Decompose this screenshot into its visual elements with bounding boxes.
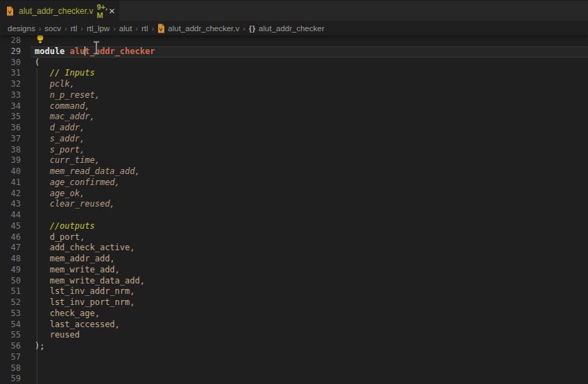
breadcrumb-item[interactable]: designs [8,24,35,33]
code-line[interactable]: reused [31,330,588,341]
code-line[interactable]: pclk, [31,79,588,90]
editor-line[interactable]: 51 lst_inv_addr_nrm, [0,286,588,297]
line-number[interactable]: 40 [0,166,31,177]
editor-line[interactable]: 36 d_addr, [0,123,588,134]
code-line[interactable] [31,352,588,363]
line-number[interactable]: 45 [0,221,31,232]
editor-line[interactable]: 34 command, [0,101,588,112]
line-number[interactable]: 46 [0,232,31,243]
line-number[interactable]: 59 [0,374,31,384]
breadcrumb-item[interactable]: alut_addr_checker.v [157,24,239,33]
editor-line[interactable]: 45 //outputs [0,221,588,232]
editor-line[interactable]: 30( [0,58,588,69]
editor-line[interactable]: 42 age_ok, [0,189,588,200]
code-line[interactable]: ); [31,341,588,352]
breadcrumb-item[interactable]: alut [119,24,132,33]
tab-close-icon[interactable]: × [107,6,116,16]
line-number[interactable]: 57 [0,352,31,363]
code-line[interactable]: lst_inv_port_nrm, [31,297,588,308]
code-line[interactable] [31,35,588,46]
line-number[interactable]: 55 [0,330,31,341]
line-number[interactable]: 35 [0,112,31,123]
code-line[interactable]: n_p_reset, [31,90,588,101]
tab-alut-addr-checker[interactable]: alut_addr_checker.v 9+, M × [0,1,119,21]
line-number[interactable]: 29 [0,46,31,58]
code-line[interactable]: module alut_addr_checker [31,46,588,58]
code-line[interactable]: s_port, [31,145,588,156]
editor-line[interactable]: 55 reused [0,330,588,341]
code-line[interactable]: lst_inv_addr_nrm, [31,286,588,297]
line-number[interactable]: 52 [0,297,31,308]
editor-line[interactable]: 28 [0,35,588,46]
code-line[interactable]: age_ok, [31,189,588,200]
editor-line[interactable]: 29module alut_addr_checker [0,46,588,58]
code-line[interactable]: ( [31,58,588,69]
line-number[interactable]: 37 [0,134,31,145]
editor-line[interactable]: 31 // Inputs [0,68,588,79]
code-line[interactable]: check_age, [31,308,588,320]
code-line[interactable]: clear_reused, [31,199,588,210]
code-line[interactable] [31,210,588,221]
code-line[interactable] [31,374,588,384]
editor-line[interactable]: 32 pclk, [0,79,588,90]
code-line[interactable]: mac_addr, [31,112,588,123]
line-number[interactable]: 38 [0,145,31,156]
code-line[interactable]: d_port, [31,232,588,243]
line-number[interactable]: 41 [0,177,31,189]
line-number[interactable]: 30 [0,58,31,69]
editor-line[interactable]: 56); [0,341,588,352]
editor-line[interactable]: 46 d_port, [0,232,588,243]
breadcrumb-item[interactable]: rtl [71,24,78,33]
line-number[interactable]: 32 [0,79,31,90]
line-number[interactable]: 36 [0,123,31,134]
line-number[interactable]: 53 [0,308,31,320]
editor-line[interactable]: 38 s_port, [0,145,588,156]
line-number[interactable]: 51 [0,286,31,297]
breadcrumb-item[interactable]: rtl_lpw [87,24,110,33]
line-number[interactable]: 47 [0,243,31,254]
line-number[interactable]: 44 [0,210,31,221]
code-line[interactable]: last_accessed, [31,320,588,331]
line-number[interactable]: 39 [0,155,31,166]
editor-line[interactable]: 47 add_check_active, [0,243,588,254]
editor-line[interactable]: 37 s_addr, [0,134,588,145]
code-line[interactable]: add_check_active, [31,243,588,254]
line-number[interactable]: 34 [0,101,31,112]
breadcrumb-item[interactable]: {}alut_addr_checker [249,24,325,33]
line-number[interactable]: 49 [0,265,31,276]
lightbulb-icon[interactable] [36,34,44,47]
editor-line[interactable]: 50 mem_write_data_add, [0,276,588,287]
editor-line[interactable]: 54 last_accessed, [0,320,588,331]
editor-line[interactable]: 41 age_confirmed, [0,177,588,189]
line-number[interactable]: 31 [0,68,31,79]
editor-line[interactable]: 59 [0,374,588,384]
code-line[interactable]: mem_read_data_add, [31,166,588,177]
editor-line[interactable]: 49 mem_write_add, [0,265,588,276]
line-number[interactable]: 42 [0,189,31,200]
code-line[interactable]: mem_addr_add, [31,254,588,265]
line-number[interactable]: 28 [0,35,31,46]
code-line[interactable]: command, [31,101,588,112]
editor-line[interactable]: 53 check_age, [0,308,588,320]
line-number[interactable]: 54 [0,320,31,331]
editor-line[interactable]: 57 [0,352,588,363]
line-number[interactable]: 43 [0,199,31,210]
line-number[interactable]: 48 [0,254,31,265]
line-number[interactable]: 58 [0,363,31,374]
code-line[interactable]: curr_time, [31,155,588,166]
editor-line[interactable]: 44 [0,210,588,221]
editor-line[interactable]: 39 curr_time, [0,155,588,166]
code-line[interactable]: //outputs [31,221,588,232]
editor-line[interactable]: 35 mac_addr, [0,112,588,123]
editor-line[interactable]: 58 [0,363,588,374]
editor-line[interactable]: 43 clear_reused, [0,199,588,210]
line-number[interactable]: 33 [0,90,31,101]
breadcrumb-item[interactable]: rtl [141,24,148,33]
editor-line[interactable]: 48 mem_addr_add, [0,254,588,265]
line-number[interactable]: 50 [0,276,31,287]
code-line[interactable]: mem_write_data_add, [31,276,588,287]
breadcrumb-item[interactable]: socv [44,24,61,33]
editor-line[interactable]: 52 lst_inv_port_nrm, [0,297,588,308]
code-line[interactable]: d_addr, [31,123,588,134]
editor-line[interactable]: 33 n_p_reset, [0,90,588,101]
